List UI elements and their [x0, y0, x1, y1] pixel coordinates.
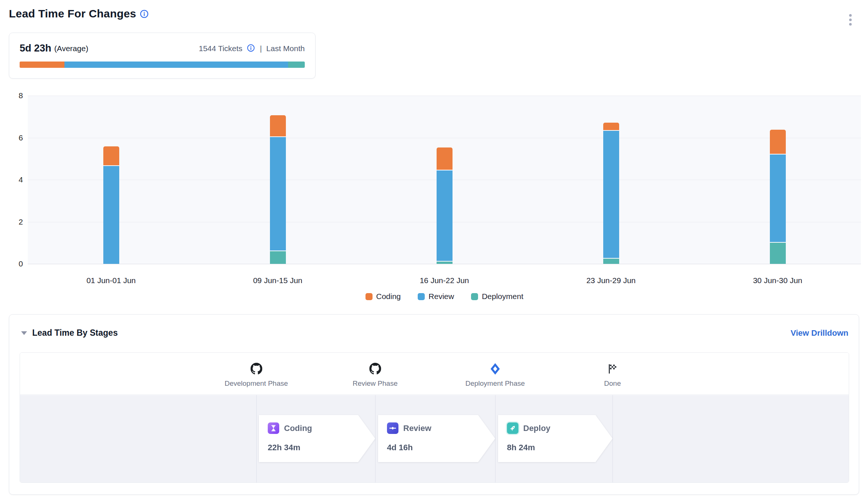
column-separator — [375, 395, 375, 482]
bar-30 Jun-30 Jun[interactable] — [770, 130, 786, 264]
phase-col-development: Development Phase — [224, 362, 288, 388]
column-separator — [612, 395, 613, 482]
summary-card: 5d 23h (Average) 1544 Tickets | Last Mon… — [9, 33, 316, 79]
y-tick-label: 2 — [5, 218, 23, 226]
x-tick-label: 23 Jun-29 Jun — [586, 276, 635, 285]
legend-swatch — [418, 293, 425, 300]
phase-label: Review Phase — [353, 379, 397, 388]
page-title: Lead Time For Changes — [9, 7, 136, 20]
legend-swatch — [471, 293, 478, 300]
x-tick-label: 16 Jun-22 Jun — [420, 276, 469, 285]
commit-icon — [387, 422, 398, 434]
widget-header: Lead Time For Changes — [9, 7, 859, 20]
x-tick-label: 30 Jun-30 Jun — [753, 276, 802, 285]
github-icon — [224, 362, 288, 375]
summary-segment-review — [64, 62, 288, 68]
average-label: (Average) — [54, 44, 89, 53]
y-tick-label: 4 — [5, 175, 23, 184]
plot-area — [28, 96, 861, 264]
triangle-down-icon[interactable] — [21, 331, 27, 335]
bar-segment-review[interactable] — [437, 170, 453, 261]
legend-label: Coding — [376, 292, 401, 301]
github-icon — [353, 362, 397, 375]
legend-label: Deployment — [482, 292, 523, 301]
summary-distribution-bar — [20, 62, 305, 68]
x-tick-label: 09 Jun-15 Jun — [253, 276, 302, 285]
checkered-flag-icon — [604, 362, 621, 375]
summary-segment-coding — [20, 62, 64, 68]
period-label: Last Month — [266, 44, 305, 53]
stage-name: Coding — [284, 424, 312, 433]
phase-label: Done — [604, 379, 621, 388]
phase-label: Deployment Phase — [465, 379, 525, 388]
separator: | — [260, 44, 262, 53]
bar-segment-review[interactable] — [103, 166, 119, 264]
phase-col-deployment: Deployment Phase — [465, 362, 525, 388]
stages-table-body: Coding 22h 34m Review 4d 16h — [20, 395, 849, 482]
legend-swatch — [365, 293, 373, 300]
lead-time-chart: 02468 01 Jun-01 Jun09 Jun-15 Jun16 Jun-2… — [0, 93, 868, 306]
hourglass-icon — [268, 422, 279, 434]
bar-23 Jun-29 Jun[interactable] — [603, 123, 619, 264]
legend-item-deployment[interactable]: Deployment — [471, 292, 523, 301]
lead-time-by-stages-panel: Lead Time By Stages View Drilldown Devel… — [9, 314, 859, 495]
phase-label: Development Phase — [224, 379, 288, 388]
summary-segment-deployment — [288, 62, 305, 68]
bar-segment-coding[interactable] — [770, 130, 786, 154]
bar-segment-coding[interactable] — [603, 123, 619, 130]
info-icon[interactable] — [140, 10, 148, 18]
bar-segment-deployment[interactable] — [770, 243, 786, 264]
stage-name: Review — [403, 424, 431, 433]
column-separator — [495, 395, 495, 482]
diamond-icon — [465, 362, 525, 375]
x-tick-label: 01 Jun-01 Jun — [86, 276, 136, 285]
gridline — [28, 96, 861, 96]
stage-card-deploy: Deploy 8h 24m — [498, 415, 612, 462]
stages-table-header: Development Phase Review Phase Deploymen… — [20, 353, 849, 395]
kebab-vertical-icon[interactable] — [848, 13, 853, 27]
bar-01 Jun-01 Jun[interactable] — [103, 146, 119, 264]
legend-item-review[interactable]: Review — [418, 292, 454, 301]
bar-segment-coding[interactable] — [437, 147, 453, 170]
bar-segment-deployment[interactable] — [603, 259, 619, 264]
legend-item-coding[interactable]: Coding — [365, 292, 401, 301]
lead-time-for-changes-widget: Lead Time For Changes 5d 23h (Average) 1… — [0, 0, 868, 501]
bar-segment-coding[interactable] — [270, 115, 286, 136]
phase-col-done: Done — [604, 362, 621, 388]
stage-duration: 8h 24m — [507, 443, 612, 452]
column-separator — [256, 395, 257, 482]
bar-segment-deployment[interactable] — [437, 262, 453, 264]
bar-segment-review[interactable] — [603, 131, 619, 258]
y-tick-label: 6 — [5, 133, 23, 142]
y-tick-label: 0 — [5, 259, 23, 268]
stage-name: Deploy — [523, 424, 550, 433]
stage-card-coding: Coding 22h 34m — [259, 415, 375, 462]
stages-panel-title: Lead Time By Stages — [32, 328, 118, 338]
stage-duration: 22h 34m — [268, 443, 375, 452]
bar-segment-deployment[interactable] — [270, 251, 286, 264]
average-value: 5d 23h — [20, 43, 51, 54]
bar-segment-review[interactable] — [270, 137, 286, 250]
tickets-count: 1544 Tickets — [199, 44, 243, 53]
gridline — [28, 138, 861, 138]
legend-label: Review — [428, 292, 454, 301]
gridline — [28, 264, 861, 264]
stages-table: Development Phase Review Phase Deploymen… — [20, 352, 849, 483]
y-tick-label: 8 — [5, 91, 23, 100]
bar-segment-review[interactable] — [770, 155, 786, 242]
view-drilldown-link[interactable]: View Drilldown — [791, 328, 848, 338]
bar-segment-coding[interactable] — [103, 146, 119, 165]
rocket-icon — [507, 422, 518, 434]
stage-card-review: Review 4d 16h — [378, 415, 495, 462]
bar-09 Jun-15 Jun[interactable] — [270, 115, 286, 264]
stage-duration: 4d 16h — [387, 443, 495, 452]
x-axis: 01 Jun-01 Jun09 Jun-15 Jun16 Jun-22 Jun2… — [28, 276, 861, 286]
phase-col-review: Review Phase — [353, 362, 397, 388]
bar-16 Jun-22 Jun[interactable] — [437, 147, 453, 264]
chart-legend: CodingReviewDeployment — [28, 292, 861, 301]
tickets-info-icon[interactable] — [247, 44, 256, 53]
